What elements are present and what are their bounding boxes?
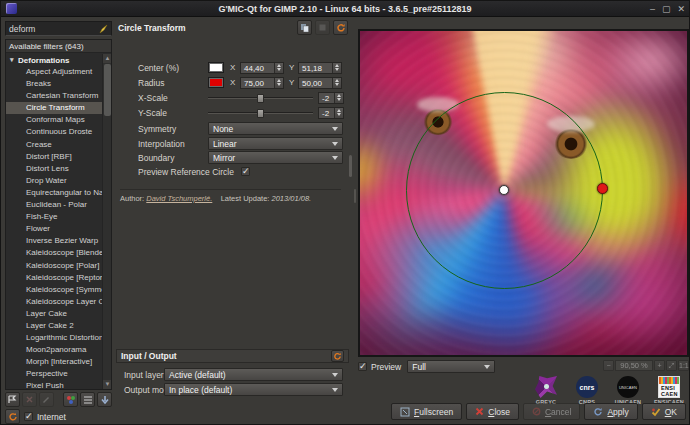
scroll-down-icon[interactable]: ▼	[103, 380, 112, 389]
zoom-reset-button[interactable]: 1:1	[678, 360, 689, 371]
zoom-out-button[interactable]: −	[603, 360, 614, 371]
cnrs-logo: cnrs CNRS	[570, 376, 604, 405]
scroll-up-icon[interactable]: ▲	[103, 54, 112, 63]
internet-checkbox[interactable]	[24, 412, 33, 421]
center-color-swatch[interactable]	[208, 62, 224, 73]
close-window-icon[interactable]: ✕	[677, 1, 685, 17]
spin-arrows-icon[interactable]	[274, 63, 283, 73]
spin-arrows-icon[interactable]	[332, 78, 341, 88]
filter-list-item[interactable]: Logarithmic Distortion	[6, 332, 102, 344]
filter-list-item[interactable]: Drop Water	[6, 175, 102, 187]
spin-arrows-icon[interactable]	[274, 78, 283, 88]
radius-x-spinbox[interactable]: 75,00	[240, 77, 284, 89]
chevron-down-icon	[484, 365, 490, 369]
slider-thumb[interactable]	[257, 109, 264, 118]
star-icon	[318, 23, 327, 32]
filter-search-input[interactable]: deform	[5, 21, 112, 36]
zoom-fit-button[interactable]: ⤢	[666, 360, 677, 371]
slider-thumb[interactable]	[257, 94, 264, 103]
filter-list-item[interactable]: Inverse Bezier Warp	[6, 235, 102, 247]
xscale-slider[interactable]	[208, 92, 313, 104]
tree-expander-icon[interactable]: ▾	[10, 56, 18, 64]
filter-list-item[interactable]: Morph [Interactive]	[6, 356, 102, 368]
filter-list-item[interactable]: Layer Cake 2	[6, 320, 102, 332]
filter-list-item[interactable]: Kaleidoscope [Blended]	[6, 247, 102, 259]
add-fave-button[interactable]	[5, 392, 20, 407]
spin-arrows-icon[interactable]	[334, 108, 343, 118]
reset-io-button[interactable]	[331, 350, 344, 362]
parameters-area: Center (%) X 44,40 Y 51,18 Radius X	[116, 37, 349, 365]
filter-list-item[interactable]: Kaleidoscope [Reptorian-P	[6, 272, 102, 284]
close-button[interactable]: Close	[466, 403, 519, 420]
author-line: Author: David Tschumperlé. Latest Update…	[120, 189, 341, 203]
reset-filter-button[interactable]	[333, 20, 348, 35]
chevron-down-icon	[332, 142, 338, 146]
boundary-select[interactable]: Mirror	[208, 151, 343, 164]
filter-list-item[interactable]: Moon2panorama	[6, 344, 102, 356]
panel-splitter[interactable]	[353, 19, 357, 422]
boundary-label: Boundary	[138, 153, 174, 163]
center-x-spinbox[interactable]: 44,40	[240, 62, 284, 74]
internet-label: Internet	[37, 412, 66, 422]
collapse-tree-button[interactable]	[80, 392, 95, 407]
filter-list-item[interactable]: Conformal Maps	[6, 114, 102, 126]
filter-list-item[interactable]: Fish-Eye	[6, 211, 102, 223]
author-link[interactable]: David Tschumperlé.	[146, 194, 212, 203]
ok-button[interactable]: OK	[642, 403, 686, 420]
symmetry-select[interactable]: None	[208, 122, 343, 135]
maximize-icon[interactable]: ▢	[662, 1, 671, 17]
xscale-spinbox[interactable]: -2	[318, 92, 344, 104]
yscale-slider[interactable]	[208, 107, 313, 119]
preview-checkbox[interactable]	[358, 362, 367, 371]
yscale-spinbox[interactable]: -2	[318, 107, 344, 119]
filters-scrollbar[interactable]: ▲ ▼	[102, 54, 111, 389]
scroll-to-selected-button[interactable]	[97, 392, 112, 407]
filter-list-item[interactable]: Breaks	[6, 78, 102, 90]
radius-y-spinbox[interactable]: 50,00	[298, 77, 342, 89]
interpolation-label: Interpolation	[138, 139, 185, 149]
filter-list-item[interactable]: Equirectangular to Nadir-Z	[6, 187, 102, 199]
copy-command-button[interactable]	[297, 20, 312, 35]
update-filters-button[interactable]	[5, 409, 20, 424]
preview-mode-select[interactable]: Full	[407, 360, 495, 373]
filter-list-item[interactable]: Euclidean - Polar	[6, 199, 102, 211]
filter-list-item[interactable]: Cartesian Transform	[6, 90, 102, 102]
filter-list-item[interactable]: Flower	[6, 223, 102, 235]
minimize-icon[interactable]: –	[650, 1, 655, 17]
interpolation-select[interactable]: Linear	[208, 137, 343, 150]
output-mode-select[interactable]: In place (default)	[164, 383, 343, 396]
category-deformations[interactable]: ▾ Deformations	[6, 54, 102, 66]
clear-search-icon[interactable]	[98, 24, 108, 34]
spin-arrows-icon[interactable]	[334, 93, 343, 103]
chevron-down-icon	[332, 156, 338, 160]
filter-list-item[interactable]: Kaleidoscope [Polar]	[6, 260, 102, 272]
filter-list-item[interactable]: Distort [RBF]	[6, 151, 102, 163]
radius-handle[interactable]	[597, 183, 608, 194]
center-label: Center (%)	[138, 63, 179, 73]
apply-button[interactable]: Apply	[584, 403, 637, 420]
filter-list-item[interactable]: Circle Transform	[6, 102, 102, 114]
spin-arrows-icon[interactable]	[332, 63, 341, 73]
filter-list-item[interactable]: Continuous Droste	[6, 126, 102, 138]
radius-color-swatch[interactable]	[208, 77, 224, 88]
filter-list-item[interactable]: Kaleidoscope Layer Cake	[6, 296, 102, 308]
scrollbar-thumb[interactable]	[104, 64, 111, 116]
filter-list-item[interactable]: Aspect Adjustment	[6, 66, 102, 78]
filter-list-item[interactable]: Pixel Push	[6, 380, 102, 389]
fullscreen-button[interactable]: Fullscreen	[391, 403, 462, 420]
filter-list-item[interactable]: Layer Cake	[6, 308, 102, 320]
params-scrollbar[interactable]	[349, 37, 352, 365]
input-layers-select[interactable]: Active (default)	[164, 368, 343, 381]
zoom-in-button[interactable]: +	[654, 360, 665, 371]
filter-list-item[interactable]: Kaleidoscope [Symmetry]	[6, 284, 102, 296]
chevron-down-icon	[332, 373, 338, 377]
filter-list-item[interactable]: Crease	[6, 139, 102, 151]
center-y-spinbox[interactable]: 51,18	[298, 62, 342, 74]
center-handle[interactable]	[499, 185, 509, 195]
filter-list-item[interactable]: Distort Lens	[6, 163, 102, 175]
preview-circle-checkbox[interactable]	[241, 167, 250, 176]
filter-list-item[interactable]: Perspective	[6, 368, 102, 380]
tags-filter-button[interactable]	[63, 392, 78, 407]
preview-image[interactable]	[358, 29, 689, 357]
xscale-label: X-Scale	[138, 93, 168, 103]
